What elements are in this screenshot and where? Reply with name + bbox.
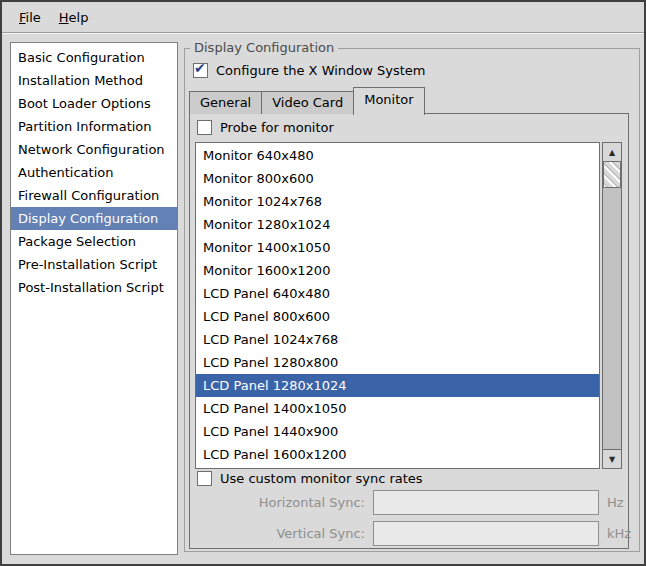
tab-monitor[interactable]: Monitor bbox=[353, 87, 424, 115]
configure-x-window-row: ✔ Configure the X Window System bbox=[193, 63, 426, 78]
monitor-list-item[interactable]: LCD Panel 640x480 bbox=[196, 282, 599, 305]
vertical-sync-unit: kHz bbox=[607, 526, 631, 541]
horizontal-sync-unit: Hz bbox=[607, 495, 624, 510]
sidebar-item-authentication[interactable]: Authentication bbox=[11, 161, 177, 184]
monitor-list-item[interactable]: Monitor 1400x1050 bbox=[196, 236, 599, 259]
probe-for-monitor-label: Probe for monitor bbox=[220, 120, 334, 135]
sidebar-item-pre-installation-script[interactable]: Pre-Installation Script bbox=[11, 253, 177, 276]
scroll-up-icon: ▲ bbox=[609, 148, 615, 157]
scroll-up-button[interactable]: ▲ bbox=[603, 143, 621, 162]
checkmark-icon: ✔ bbox=[194, 61, 206, 76]
vertical-sync-input[interactable] bbox=[373, 521, 599, 546]
horizontal-sync-input[interactable] bbox=[373, 490, 599, 515]
configure-x-window-checkbox[interactable]: ✔ bbox=[193, 63, 208, 78]
monitor-list-item[interactable]: Monitor 640x480 bbox=[196, 144, 599, 167]
scrollbar-thumb[interactable] bbox=[603, 162, 621, 188]
probe-for-monitor-checkbox[interactable]: ✔ bbox=[197, 120, 212, 135]
section-list: Basic Configuration Installation Method … bbox=[10, 42, 178, 555]
monitor-tab-panel: ✔ Probe for monitor Monitor 640x480 Moni… bbox=[189, 113, 629, 549]
sidebar-item-post-installation-script[interactable]: Post-Installation Script bbox=[11, 276, 177, 299]
menu-file[interactable]: File bbox=[10, 7, 50, 28]
menu-help[interactable]: Help bbox=[50, 7, 98, 28]
tab-video-card[interactable]: Video Card bbox=[261, 91, 354, 114]
configure-x-window-label: Configure the X Window System bbox=[216, 63, 426, 78]
monitor-list-item[interactable]: Monitor 1280x1024 bbox=[196, 213, 599, 236]
vertical-sync-label: Vertical Sync: bbox=[197, 526, 365, 541]
monitor-list-scrollbar[interactable]: ▲ ▼ bbox=[602, 142, 622, 469]
custom-sync-rates-label: Use custom monitor sync rates bbox=[220, 471, 423, 486]
display-tabs: General Video Card Monitor bbox=[189, 87, 425, 115]
horizontal-sync-row: Horizontal Sync: Hz bbox=[197, 490, 624, 515]
tab-general[interactable]: General bbox=[189, 91, 262, 114]
monitor-list-item[interactable]: LCD Panel 1400x1050 bbox=[196, 397, 599, 420]
scroll-down-button[interactable]: ▼ bbox=[603, 449, 621, 468]
sidebar-item-partition-information[interactable]: Partition Information bbox=[11, 115, 177, 138]
monitor-list-item[interactable]: LCD Panel 1440x900 bbox=[196, 420, 599, 443]
monitor-list-item-selected[interactable]: LCD Panel 1280x1024 bbox=[196, 374, 599, 397]
custom-sync-rates-row: ✔ Use custom monitor sync rates bbox=[197, 471, 423, 486]
monitor-list-item[interactable]: LCD Panel 1600x1200 bbox=[196, 443, 599, 466]
sidebar-item-network-configuration[interactable]: Network Configuration bbox=[11, 138, 177, 161]
monitor-list-item[interactable]: LCD Panel 1280x800 bbox=[196, 351, 599, 374]
horizontal-sync-label: Horizontal Sync: bbox=[197, 495, 365, 510]
monitor-list-item[interactable]: LCD Panel 1024x768 bbox=[196, 328, 599, 351]
scroll-down-icon: ▼ bbox=[609, 455, 615, 464]
sidebar-item-installation-method[interactable]: Installation Method bbox=[11, 69, 177, 92]
custom-sync-rates-checkbox[interactable]: ✔ bbox=[197, 471, 212, 486]
monitor-list-item[interactable]: Monitor 800x600 bbox=[196, 167, 599, 190]
monitor-list-item[interactable]: Monitor 1024x768 bbox=[196, 190, 599, 213]
menu-bar: File Help bbox=[2, 2, 644, 33]
sidebar-item-boot-loader-options[interactable]: Boot Loader Options bbox=[11, 92, 177, 115]
sidebar-item-firewall-configuration[interactable]: Firewall Configuration bbox=[11, 184, 177, 207]
monitor-list-item[interactable]: Monitor 1600x1200 bbox=[196, 259, 599, 282]
monitor-list-item[interactable]: LCD Panel 800x600 bbox=[196, 305, 599, 328]
sidebar-item-package-selection[interactable]: Package Selection bbox=[11, 230, 177, 253]
groupbox-title: Display Configuration bbox=[190, 40, 338, 55]
kickstart-configurator-window: File Help Basic Configuration Installati… bbox=[0, 0, 646, 566]
sidebar-item-display-configuration[interactable]: Display Configuration bbox=[11, 207, 177, 230]
sidebar-item-basic-configuration[interactable]: Basic Configuration bbox=[11, 46, 177, 69]
probe-for-monitor-row: ✔ Probe for monitor bbox=[197, 120, 334, 135]
vertical-sync-row: Vertical Sync: kHz bbox=[197, 521, 631, 546]
monitor-list: Monitor 640x480 Monitor 800x600 Monitor … bbox=[195, 142, 600, 469]
display-configuration-groupbox: Display Configuration ✔ Configure the X … bbox=[184, 48, 640, 552]
